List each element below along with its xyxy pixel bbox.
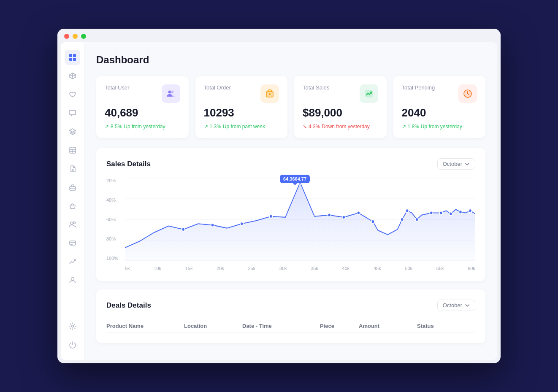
heart-icon xyxy=(69,91,76,98)
svg-rect-1 xyxy=(73,54,76,57)
svg-point-45 xyxy=(415,218,418,221)
sidebar-item-cube[interactable] xyxy=(65,68,80,84)
stat-change-pending: ↗ 1.8% Up from yesterday xyxy=(402,124,477,130)
svg-point-12 xyxy=(70,222,73,224)
svg-point-24 xyxy=(269,93,271,95)
deals-details-card: Deals Details October Product Name Locat… xyxy=(96,289,485,343)
svg-rect-0 xyxy=(69,54,72,57)
sidebar-item-bag[interactable] xyxy=(65,198,80,214)
svg-rect-3 xyxy=(73,58,76,61)
svg-rect-4 xyxy=(70,147,76,153)
power-icon xyxy=(69,341,76,349)
app-window: Dashboard Total User xyxy=(57,29,501,363)
card-icon xyxy=(69,239,76,247)
col-product-name: Product Name xyxy=(106,323,184,329)
stat-value-users: 40,689 xyxy=(105,106,180,119)
up-arrow-icon-2: ↗ xyxy=(204,124,208,130)
chart-y-axis: 100% 80% 60% 40% 20% xyxy=(106,178,122,261)
stat-label-users: Total User xyxy=(105,84,130,91)
chart-icon xyxy=(69,258,76,265)
deals-month-selector[interactable]: October xyxy=(437,300,475,311)
stat-change-users: ↗ 8.5% Up from yesterday xyxy=(105,124,180,130)
svg-point-17 xyxy=(74,259,76,261)
stat-card-sales: Total Sales $89,000 ↘ 4.3% xyxy=(294,76,387,138)
chevron-down-icon xyxy=(465,162,470,167)
svg-point-37 xyxy=(269,215,272,218)
sidebar-item-card[interactable] xyxy=(65,235,80,251)
svg-point-41 xyxy=(357,211,360,214)
sidebar-item-chat[interactable] xyxy=(65,105,80,121)
bag-icon xyxy=(69,202,76,210)
svg-point-43 xyxy=(401,218,404,221)
svg-rect-14 xyxy=(70,241,76,245)
svg-point-44 xyxy=(406,209,409,212)
sidebar-item-settings[interactable] xyxy=(65,319,80,334)
table-icon xyxy=(69,146,76,154)
svg-rect-2 xyxy=(69,58,72,61)
svg-point-39 xyxy=(328,214,330,217)
sidebar-item-table[interactable] xyxy=(65,143,80,158)
stat-icon-orders xyxy=(260,84,279,103)
maximize-dot[interactable] xyxy=(81,34,86,39)
svg-point-50 xyxy=(469,209,471,212)
svg-point-42 xyxy=(371,220,374,223)
svg-point-19 xyxy=(71,325,73,327)
svg-point-34 xyxy=(182,228,185,231)
sidebar-item-briefcase[interactable] xyxy=(65,180,80,195)
app-layout: Dashboard Total User xyxy=(61,42,497,360)
stat-icon-users xyxy=(162,84,180,103)
svg-point-46 xyxy=(430,211,433,214)
stat-change-orders: ↗ 1.3% Up from past week xyxy=(204,124,279,130)
svg-point-35 xyxy=(211,223,214,227)
title-bar xyxy=(57,29,501,42)
stat-cards-grid: Total User 40,689 ↗ xyxy=(96,76,485,138)
sales-details-card: Sales Details October 100% 80% 60% 40% xyxy=(96,148,485,281)
grid-icon xyxy=(69,54,76,61)
svg-marker-33 xyxy=(125,182,475,261)
up-arrow-icon: ↗ xyxy=(105,124,109,130)
sidebar-item-chart[interactable] xyxy=(65,254,80,269)
close-dot[interactable] xyxy=(64,34,69,39)
down-arrow-icon: ↘ xyxy=(303,124,307,130)
page-title: Dashboard xyxy=(96,54,485,66)
svg-point-21 xyxy=(171,91,173,94)
svg-point-18 xyxy=(71,278,74,281)
cube-icon xyxy=(69,72,76,80)
col-amount: Amount xyxy=(359,323,417,329)
sidebar-item-file[interactable] xyxy=(65,161,80,176)
users-icon xyxy=(69,221,76,228)
sales-chart: 100% 80% 60% 40% 20% xyxy=(106,178,475,271)
stat-label-pending: Total Pending xyxy=(402,84,435,91)
stat-icon-pending xyxy=(458,84,477,103)
sidebar-item-power[interactable] xyxy=(65,337,80,352)
sidebar-item-layers[interactable] xyxy=(65,124,80,139)
stat-value-sales: $89,000 xyxy=(303,106,378,119)
chart-x-axis: 5k 10k 15k 20k 25k 30k 35k 40k 45k 50k 5… xyxy=(125,266,475,271)
layers-icon xyxy=(69,128,76,135)
stat-card-orders: Total Order 10293 ↗ xyxy=(195,76,288,138)
sidebar-item-dashboard[interactable] xyxy=(65,50,80,65)
sales-month-selector[interactable]: October xyxy=(437,158,475,170)
table-header: Product Name Location Date - Time Piece … xyxy=(106,319,475,333)
svg-point-36 xyxy=(240,222,243,225)
stat-card-pending: Total Pending 2040 ↗ 1.8% xyxy=(393,76,486,138)
stat-icon-sales xyxy=(360,84,378,103)
sidebar-item-users[interactable] xyxy=(65,217,80,232)
chart-tooltip: 64,3664.77 xyxy=(280,175,310,183)
stat-card-users: Total User 40,689 ↗ xyxy=(96,76,189,138)
minimize-dot[interactable] xyxy=(73,34,78,39)
chart-svg-area: 64,3664.77 xyxy=(125,178,475,261)
deals-details-title: Deals Details xyxy=(106,301,151,310)
chevron-down-icon-2 xyxy=(465,303,470,308)
svg-point-20 xyxy=(168,91,171,94)
user-icon xyxy=(69,276,76,284)
chat-icon xyxy=(69,109,76,117)
file-icon xyxy=(69,165,76,173)
sidebar-item-heart[interactable] xyxy=(65,87,80,102)
up-arrow-icon-3: ↗ xyxy=(402,124,406,130)
svg-point-40 xyxy=(342,216,345,219)
stat-change-sales: ↘ 4.3% Down from yesterday xyxy=(303,124,378,130)
col-date-time: Date - Time xyxy=(242,323,320,329)
settings-icon xyxy=(69,322,76,330)
sidebar-item-user[interactable] xyxy=(65,273,80,288)
